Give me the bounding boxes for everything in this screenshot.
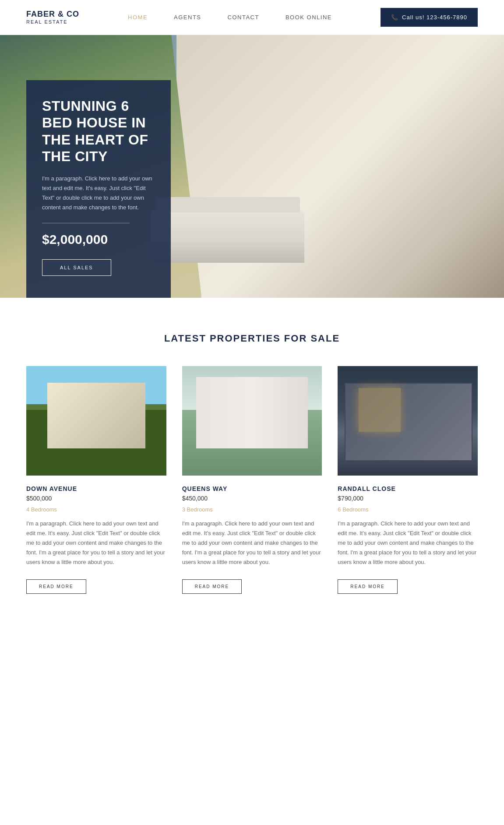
properties-grid: DOWN AVENUE $500,000 4 Bedrooms I'm a pa…	[26, 366, 478, 594]
property-photo-3	[338, 366, 478, 476]
read-more-button-1[interactable]: READ MORE	[26, 579, 86, 594]
property-card-2: QUEENS WAY $450,000 3 Bedrooms I'm a par…	[182, 366, 322, 594]
property-name-2: QUEENS WAY	[182, 485, 322, 492]
read-more-button-3[interactable]: READ MORE	[338, 579, 398, 594]
hero-price: $2,000,000	[42, 232, 155, 247]
hero-cta-button[interactable]: ALL SALES	[42, 259, 111, 276]
properties-section: LATEST PROPERTIES FOR SALE DOWN AVENUE $…	[0, 298, 504, 620]
property-photo-1	[26, 366, 166, 476]
property-card-3: RANDALL CLOSE $790,000 6 Bedrooms I'm a …	[338, 366, 478, 594]
nav-home[interactable]: HOME	[128, 14, 148, 21]
call-button[interactable]: 📞 Call us! 123-456-7890	[381, 8, 478, 27]
main-nav: HOME AGENTS CONTACT BOOK ONLINE	[128, 14, 332, 21]
phone-icon: 📞	[391, 14, 398, 21]
property-name-1: DOWN AVENUE	[26, 485, 166, 492]
hero-divider	[42, 223, 130, 223]
property-desc-1: I'm a paragraph. Click here to add your …	[26, 519, 166, 567]
logo-top: FABER & CO	[26, 10, 79, 19]
nav-book[interactable]: BOOK ONLINE	[285, 14, 332, 21]
call-btn-label: Call us! 123-456-7890	[402, 14, 467, 21]
hero-overlay: STUNNING 6 BED HOUSE IN THE HEART OF THE…	[26, 80, 171, 298]
nav-agents[interactable]: AGENTS	[174, 14, 201, 21]
property-image-1	[26, 366, 166, 476]
hero-title: STUNNING 6 BED HOUSE IN THE HEART OF THE…	[42, 98, 155, 165]
site-header: FABER & CO REAL ESTATE HOME AGENTS CONTA…	[0, 0, 504, 35]
property-photo-2	[182, 366, 322, 476]
property-name-3: RANDALL CLOSE	[338, 485, 478, 492]
section-title: LATEST PROPERTIES FOR SALE	[26, 333, 478, 344]
hero-section: STUNNING 6 BED HOUSE IN THE HEART OF THE…	[0, 35, 504, 298]
property-desc-3: I'm a paragraph. Click here to add your …	[338, 519, 478, 567]
read-more-button-2[interactable]: READ MORE	[182, 579, 242, 594]
nav-contact[interactable]: CONTACT	[228, 14, 259, 21]
property-beds-1: 4 Bedrooms	[26, 506, 166, 513]
property-image-2	[182, 366, 322, 476]
property-price-3: $790,000	[338, 495, 478, 502]
property-image-3	[338, 366, 478, 476]
logo-sub: REAL ESTATE	[26, 19, 79, 25]
logo: FABER & CO REAL ESTATE	[26, 10, 79, 25]
property-beds-2: 3 Bedrooms	[182, 506, 322, 513]
hero-sofa-decor	[151, 210, 304, 263]
hero-description: I'm a paragraph. Click here to add your …	[42, 174, 155, 212]
property-price-2: $450,000	[182, 495, 322, 502]
property-price-1: $500,000	[26, 495, 166, 502]
property-card-1: DOWN AVENUE $500,000 4 Bedrooms I'm a pa…	[26, 366, 166, 594]
property-desc-2: I'm a paragraph. Click here to add your …	[182, 519, 322, 567]
property-beds-3: 6 Bedrooms	[338, 506, 478, 513]
